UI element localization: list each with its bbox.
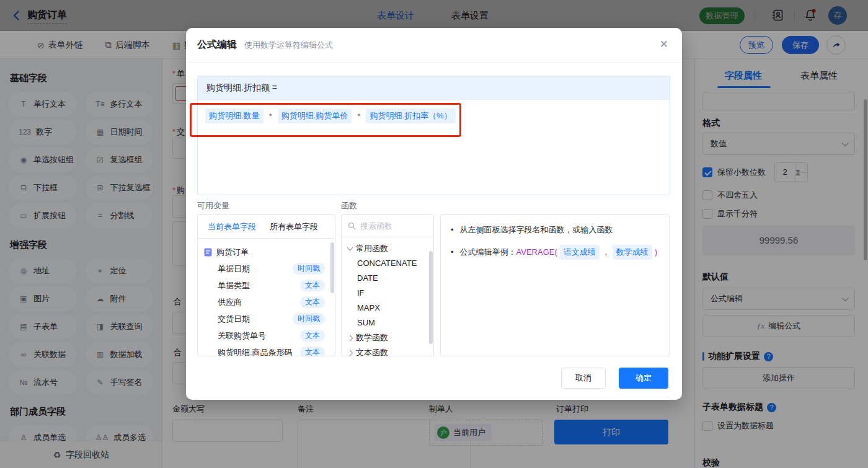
formula-field-token[interactable]: 购货明细.数量 — [205, 108, 264, 123]
help-line-2: 公式编辑举例：AVERAGE(语文成绩，数学成绩) — [451, 245, 659, 260]
function-item[interactable]: MAPX — [348, 301, 433, 316]
formula-field-token[interactable]: 购货明细.购货单价 — [278, 108, 352, 123]
type-badge: 文本 — [300, 280, 325, 291]
help-example-prefix: 公式编辑举例： — [460, 246, 516, 258]
search-icon — [348, 222, 356, 230]
formula-operator: * — [357, 112, 360, 121]
search-placeholder: 搜索函数 — [360, 221, 392, 232]
confirm-button[interactable]: 确定 — [619, 368, 668, 389]
modal-subtitle: 使用数学运算符编辑公式 — [244, 40, 333, 51]
help-arg-chip: 数学成绩 — [613, 245, 652, 260]
close-icon[interactable]: ✕ — [660, 38, 668, 51]
app-root: 购货订单 表单设计 表单设置 数据管理 存 ⊘ 表单外链 — [0, 0, 868, 468]
available-variables-label: 可用变量 — [197, 200, 229, 211]
chevron-right-icon — [347, 350, 353, 356]
help-arg-chip: 语文成绩 — [560, 245, 600, 260]
formula-target: 购货明细.折扣额 = — [198, 76, 670, 100]
function-tree: 常用函数 CONCATENATE DATE IF MAPX SUM 数学函数 文… — [342, 237, 433, 356]
function-item[interactable]: DATE — [348, 271, 433, 286]
help-comma: ， — [602, 246, 610, 258]
type-badge: 文本 — [300, 296, 325, 308]
variables-tree: 购货订单 单据日期时间戳 单据类型文本 供应商文本 交货日期时间戳 关联购货单号… — [198, 239, 335, 356]
help-function-name: AVERAGE( — [516, 246, 557, 258]
type-badge: 文本 — [300, 347, 325, 356]
variables-scrollbar[interactable] — [330, 242, 334, 293]
functions-panel: 搜索函数 常用函数 CONCATENATE DATE IF MAPX SUM 数… — [341, 214, 434, 356]
function-item[interactable]: SUM — [348, 316, 433, 330]
variable-item[interactable]: 交货日期时间戳 — [204, 311, 331, 327]
variable-item[interactable]: 购货明细.商品条形码文本 — [204, 344, 331, 356]
tab-current-form-fields[interactable]: 当前表单字段 — [208, 221, 256, 232]
formula-operator: * — [269, 112, 272, 121]
function-item[interactable]: IF — [348, 286, 433, 301]
variable-item[interactable]: 关联购货单号文本 — [204, 327, 331, 344]
variable-item[interactable]: 单据日期时间戳 — [204, 260, 331, 277]
modal-title: 公式编辑 — [197, 38, 237, 51]
chevron-down-icon — [347, 245, 353, 251]
help-line-1: 从左侧面板选择字段名和函数，或输入函数 — [451, 224, 659, 236]
variable-item[interactable]: 单据类型文本 — [204, 277, 331, 294]
variable-item[interactable]: 供应商文本 — [204, 294, 331, 311]
formula-field-token[interactable]: 购货明细.折扣率（%） — [366, 108, 455, 123]
variables-panel: 当前表单字段 所有表单字段 购货订单 单据日期时间戳 单据类型文本 供应商文本 … — [197, 214, 335, 356]
type-badge: 时间戳 — [293, 263, 325, 275]
functions-scrollbar[interactable] — [429, 251, 433, 344]
variables-root-label: 购货订单 — [216, 247, 249, 258]
help-panel: 从左侧面板选择字段名和函数，或输入函数 公式编辑举例：AVERAGE(语文成绩，… — [440, 214, 670, 356]
chevron-right-icon — [347, 335, 353, 341]
function-search[interactable]: 搜索函数 — [342, 215, 433, 237]
type-badge: 时间戳 — [293, 313, 325, 325]
function-group-math[interactable]: 数学函数 — [348, 330, 433, 345]
modal-header: 公式编辑 使用数学运算符编辑公式 ✕ — [186, 28, 682, 63]
type-badge: 文本 — [300, 330, 325, 342]
topbar-extra-dim — [0, 0, 868, 31]
help-function-close: ) — [655, 246, 657, 258]
form-doc-icon — [204, 248, 212, 257]
variables-tabs: 当前表单字段 所有表单字段 — [198, 215, 335, 239]
variables-root-node[interactable]: 购货订单 — [204, 244, 331, 260]
formula-expression[interactable]: 购货明细.数量 * 购货明细.购货单价 * 购货明细.折扣率（%） — [198, 100, 670, 132]
cancel-button[interactable]: 取消 — [561, 368, 606, 389]
function-group-common[interactable]: 常用函数 — [348, 241, 433, 256]
tab-all-form-fields[interactable]: 所有表单字段 — [270, 221, 318, 232]
formula-edit-modal: 公式编辑 使用数学运算符编辑公式 ✕ 购货明细.折扣额 = 购货明细.数量 * … — [186, 28, 682, 400]
functions-label: 函数 — [341, 200, 357, 211]
formula-editor[interactable]: 购货明细.折扣额 = 购货明细.数量 * 购货明细.购货单价 * 购货明细.折扣… — [197, 76, 670, 195]
function-group-text[interactable]: 文本函数 — [348, 345, 433, 356]
function-item[interactable]: CONCATENATE — [348, 256, 433, 271]
